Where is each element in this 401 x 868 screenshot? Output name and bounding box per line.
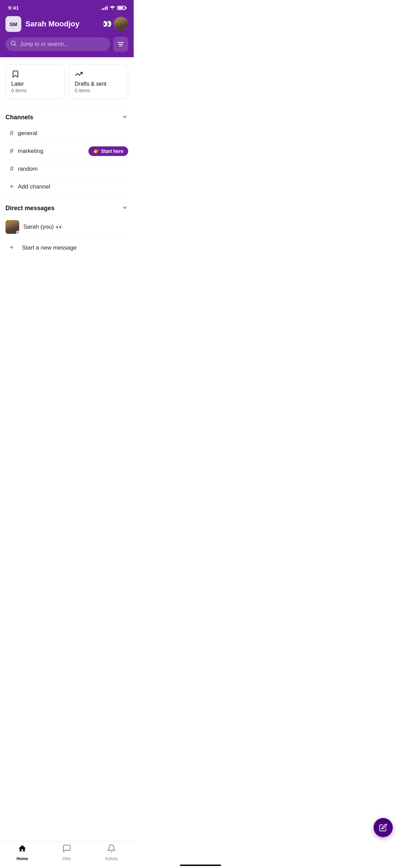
online-indicator: [125, 28, 128, 31]
channel-item-marketing[interactable]: # marketing 👉 Start here: [5, 142, 128, 160]
search-icon: [11, 41, 16, 48]
channel-name-general: general: [18, 130, 37, 137]
search-row: Jump to or search...: [5, 37, 128, 52]
dm-section-header[interactable]: Direct messages: [5, 204, 128, 213]
start-here-badge: 👉 Start here: [88, 146, 128, 156]
new-message-item[interactable]: + Start a new message: [5, 239, 128, 256]
channel-name-marketing: marketing: [18, 148, 44, 155]
channels-section-title: Channels: [5, 114, 33, 121]
hash-icon: #: [5, 147, 18, 155]
drafts-count: 0 items: [75, 88, 122, 93]
add-channel-item[interactable]: + Add channel: [5, 178, 128, 195]
wifi-icon: [110, 5, 115, 10]
status-icons: [101, 5, 125, 10]
later-title: Later: [11, 81, 59, 87]
channel-item-random[interactable]: # random: [5, 160, 128, 178]
channel-name-random: random: [18, 166, 38, 172]
hash-icon: #: [5, 129, 18, 137]
status-bar: 9:41: [0, 0, 134, 13]
search-bar[interactable]: Jump to or search...: [5, 37, 110, 51]
drafts-icon: [75, 70, 83, 78]
main-content: Later 0 items Drafts & sent 0 items Chan…: [0, 57, 134, 307]
bookmark-icon: [11, 70, 20, 78]
channel-item-general[interactable]: # general: [5, 124, 128, 142]
start-here-label: Start here: [101, 148, 123, 154]
filter-button[interactable]: [113, 37, 128, 52]
header-left: SM Sarah Moodjoy: [5, 16, 80, 32]
direct-messages-section: Direct messages Sarah (you) 👀 + Start a …: [5, 198, 128, 256]
status-emoji: 👀: [102, 20, 112, 28]
dm-item-sarah[interactable]: Sarah (you) 👀: [5, 215, 128, 239]
dm-online-dot: [16, 231, 20, 234]
dm-avatar-sarah: [5, 220, 19, 234]
channels-chevron-icon: [121, 113, 128, 122]
channels-section: Channels # general # marketing 👉 Start h…: [5, 107, 128, 195]
header-top: SM Sarah Moodjoy 👀: [5, 16, 128, 32]
avatar-initials[interactable]: SM: [5, 16, 21, 32]
filter-lines-icon: [118, 42, 124, 46]
plus-icon-dm: +: [5, 244, 18, 252]
dm-emoji: 👀: [56, 224, 63, 231]
status-time: 9:41: [8, 5, 19, 11]
dm-section-title: Direct messages: [5, 205, 54, 212]
signal-bars-icon: [101, 6, 108, 10]
add-channel-label: Add channel: [18, 183, 50, 190]
header: SM Sarah Moodjoy 👀 Jump to or search...: [0, 13, 134, 57]
drafts-title: Drafts & sent: [75, 81, 122, 87]
user-avatar-photo[interactable]: [114, 17, 128, 31]
header-right: 👀: [102, 17, 128, 31]
dm-name-sarah: Sarah (you) 👀: [23, 224, 63, 231]
channels-section-header[interactable]: Channels: [5, 113, 128, 122]
later-count: 0 items: [11, 88, 59, 93]
later-card[interactable]: Later 0 items: [5, 64, 65, 99]
search-placeholder-text: Jump to or search...: [20, 41, 68, 47]
drafts-card[interactable]: Drafts & sent 0 items: [69, 64, 128, 99]
new-message-label: Start a new message: [22, 244, 77, 251]
quick-actions: Later 0 items Drafts & sent 0 items: [5, 64, 128, 99]
plus-icon: +: [5, 183, 18, 191]
user-name: Sarah Moodjoy: [25, 20, 80, 28]
dm-chevron-icon: [121, 204, 128, 213]
battery-icon: [117, 6, 125, 10]
hash-icon: #: [5, 165, 18, 173]
